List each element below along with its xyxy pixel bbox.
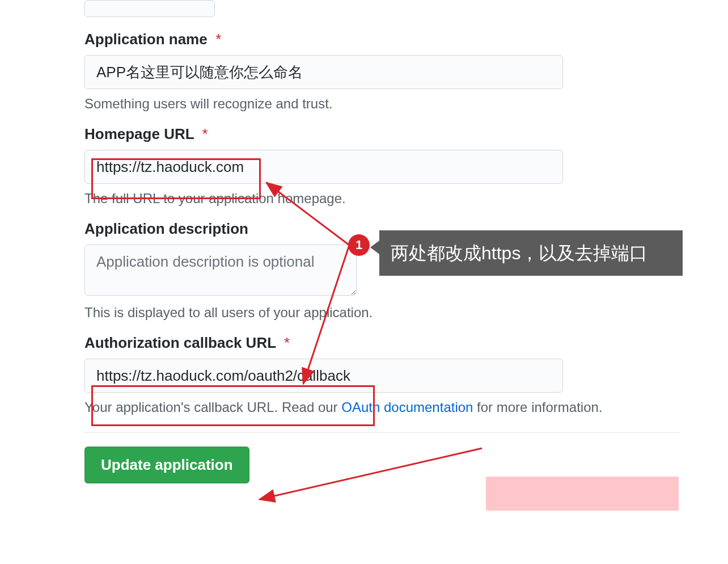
label-text: Application description	[84, 220, 248, 237]
application-name-label: Application name *	[84, 31, 728, 48]
label-text: Homepage URL	[84, 125, 194, 142]
help-prefix: Your application's callback URL. Read ou…	[84, 399, 341, 415]
application-description-help: This is displayed to all users of your a…	[84, 305, 728, 321]
required-star-icon: *	[198, 125, 208, 142]
callback-url-input[interactable]	[84, 359, 563, 393]
button-label: Update application	[101, 456, 233, 473]
badge-number: 1	[355, 238, 362, 252]
homepage-url-group: Homepage URL * The full URL to your appl…	[84, 125, 728, 207]
annotation-badge: 1	[348, 234, 370, 256]
required-star-icon: *	[211, 31, 221, 48]
help-suffix: for more information.	[473, 399, 602, 415]
redacted-box	[486, 477, 679, 511]
oauth-doc-link[interactable]: OAuth documentation	[341, 399, 473, 415]
application-name-help: Something users will recognize and trust…	[84, 96, 728, 112]
update-application-button[interactable]: Update application	[84, 447, 249, 483]
divider	[84, 432, 680, 433]
label-text: Authorization callback URL	[84, 334, 276, 351]
annotation-callout: 两处都改成https，以及去掉端口	[379, 230, 683, 276]
callback-url-help: Your application's callback URL. Read ou…	[84, 399, 728, 415]
homepage-url-input[interactable]	[84, 150, 563, 184]
callback-url-group: Authorization callback URL * Your applic…	[84, 334, 728, 415]
callback-url-label: Authorization callback URL *	[84, 334, 728, 352]
required-star-icon: *	[280, 334, 290, 351]
application-description-textarea[interactable]	[84, 245, 357, 296]
application-name-group: Application name * Something users will …	[84, 31, 728, 112]
application-name-input[interactable]	[84, 55, 563, 89]
homepage-url-label: Homepage URL *	[84, 125, 728, 143]
label-text: Application name	[84, 31, 208, 48]
partial-box-top	[84, 0, 215, 17]
homepage-url-help: The full URL to your application homepag…	[84, 191, 728, 207]
callout-text: 两处都改成https，以及去掉端口	[391, 243, 647, 263]
